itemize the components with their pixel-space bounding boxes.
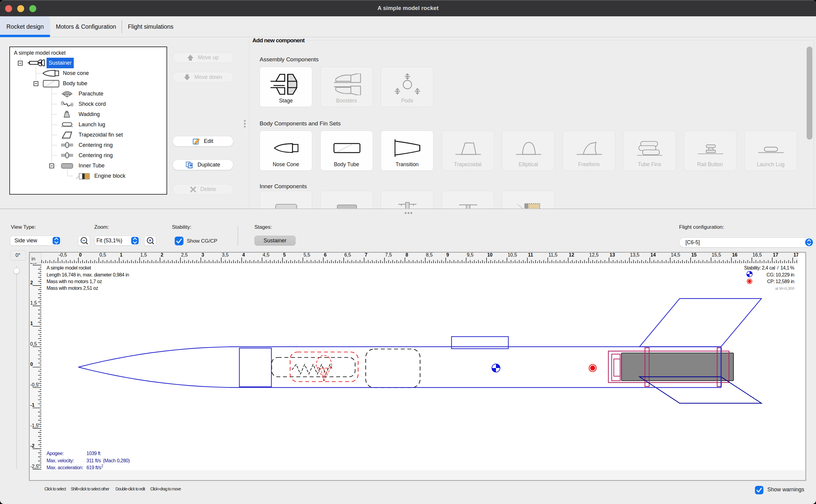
svg-text:16: 16 xyxy=(732,252,737,257)
svg-text:-0,5: -0,5 xyxy=(30,382,39,387)
svg-text:Stability: 2,4 cal / 14,1 %: Stability: 2,4 cal / 14,1 % xyxy=(744,265,794,270)
svg-text:1,5: 1,5 xyxy=(30,300,37,305)
svg-text:619 ft/s2: 619 ft/s2 xyxy=(86,464,103,470)
svg-text:0: 0 xyxy=(79,252,82,257)
svg-text:4: 4 xyxy=(242,252,245,257)
svg-text:Apogee:: Apogee: xyxy=(47,451,63,456)
svg-text:1039 ft: 1039 ft xyxy=(86,451,101,456)
svg-text:8: 8 xyxy=(406,252,408,257)
svg-text:6,5: 6,5 xyxy=(344,252,351,257)
svg-text:14: 14 xyxy=(650,252,656,257)
svg-text:15,5: 15,5 xyxy=(712,252,721,257)
svg-text:16,5: 16,5 xyxy=(753,252,762,257)
svg-text:5: 5 xyxy=(283,252,286,257)
svg-text:CG: 10,229 in: CG: 10,229 in xyxy=(766,272,794,277)
svg-text:12,5: 12,5 xyxy=(589,252,599,257)
svg-text:-2,5: -2,5 xyxy=(30,464,39,469)
svg-text:5,5: 5,5 xyxy=(303,252,310,257)
svg-text:3,5: 3,5 xyxy=(222,252,228,257)
svg-text:10: 10 xyxy=(487,252,493,257)
svg-text:0,5: 0,5 xyxy=(30,341,37,347)
svg-text:1: 1 xyxy=(120,252,122,257)
svg-text:17: 17 xyxy=(773,252,778,257)
svg-text:-1: -1 xyxy=(30,402,34,408)
svg-text:2: 2 xyxy=(30,280,33,285)
svg-text:7,5: 7,5 xyxy=(385,252,392,257)
svg-text:in: in xyxy=(31,256,35,261)
svg-text:1: 1 xyxy=(30,321,33,326)
svg-text:10,5: 10,5 xyxy=(507,252,517,257)
svg-text:17: 17 xyxy=(793,252,799,257)
svg-text:4,5: 4,5 xyxy=(263,252,269,257)
svg-text:311 ft/s (Mach 0,280): 311 ft/s (Mach 0,280) xyxy=(86,458,130,463)
svg-text:0: 0 xyxy=(30,362,33,367)
svg-text:CP: 12,589 in: CP: 12,589 in xyxy=(767,279,794,284)
svg-text:0,5: 0,5 xyxy=(99,252,106,257)
svg-text:11,5: 11,5 xyxy=(549,252,558,257)
svg-text:3: 3 xyxy=(202,252,204,257)
svg-text:A simple model rocket: A simple model rocket xyxy=(47,265,91,270)
svg-text:9,5: 9,5 xyxy=(467,252,473,257)
svg-text:14,5: 14,5 xyxy=(671,252,680,257)
svg-text:1,5: 1,5 xyxy=(140,252,147,257)
svg-text:Max. velocity:: Max. velocity: xyxy=(47,458,74,463)
svg-text:11: 11 xyxy=(528,252,533,257)
svg-text:13: 13 xyxy=(610,252,615,257)
svg-text:13,5: 13,5 xyxy=(630,252,640,257)
svg-text:Length 16,748 in, max. diamete: Length 16,748 in, max. diameter 0,984 in xyxy=(47,272,129,277)
svg-text:-0,5: -0,5 xyxy=(59,252,67,257)
svg-text:6: 6 xyxy=(324,252,327,257)
svg-text:2,5: 2,5 xyxy=(181,252,188,257)
svg-text:-2: -2 xyxy=(30,443,34,448)
svg-text:-1,5: -1,5 xyxy=(30,423,39,428)
svg-text:8,5: 8,5 xyxy=(426,252,432,257)
svg-text:7: 7 xyxy=(365,252,368,257)
svg-text:9: 9 xyxy=(446,252,449,257)
svg-text:Mass with no motors 1,7 oz: Mass with no motors 1,7 oz xyxy=(47,279,102,284)
svg-text:2: 2 xyxy=(161,252,164,257)
svg-text:at M=0,300: at M=0,300 xyxy=(775,286,794,291)
svg-text:Max. acceleration:: Max. acceleration: xyxy=(47,465,83,470)
svg-text:15: 15 xyxy=(691,252,697,257)
svg-text:Mass with motors 2,51 oz: Mass with motors 2,51 oz xyxy=(47,286,98,291)
svg-text:12: 12 xyxy=(569,252,574,257)
